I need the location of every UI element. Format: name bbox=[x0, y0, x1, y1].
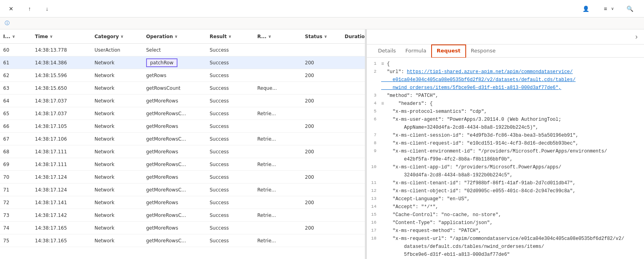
table-cell: 14:38:17.165 bbox=[32, 224, 91, 232]
line-number: 4 bbox=[367, 101, 381, 106]
table-row[interactable]: 7314:38:17.142NetworkgetMoreRowsC...Succ… bbox=[0, 209, 365, 222]
table-cell: Success bbox=[206, 109, 254, 118]
table-cell: getRowsCount bbox=[143, 84, 206, 93]
column-header-r[interactable]: R... ∨ bbox=[254, 31, 302, 42]
table-cell: Retrie... bbox=[254, 211, 302, 220]
clear-data-button[interactable]: ✕ bbox=[6, 4, 18, 14]
table-cell: Success bbox=[206, 46, 254, 54]
table-row[interactable]: 6714:38:17.106NetworkgetMoreRowsC...Succ… bbox=[0, 133, 365, 145]
tab-request[interactable]: Request bbox=[431, 44, 466, 58]
code-line: 16 "Content-Type": "application/json", bbox=[367, 220, 644, 228]
filter-button[interactable]: 🔍 bbox=[624, 4, 638, 14]
table-cell bbox=[341, 125, 365, 128]
table-cell: Network bbox=[91, 109, 143, 118]
table-cell: 63 bbox=[0, 84, 32, 93]
download-button[interactable]: ↓ bbox=[43, 4, 53, 14]
table-cell: 74 bbox=[0, 224, 32, 232]
line-number: 15 bbox=[367, 212, 381, 217]
collapse-icon[interactable]: ≡ bbox=[381, 101, 393, 106]
line-number: 9 bbox=[367, 149, 381, 153]
table-cell: Retrie... bbox=[254, 236, 302, 245]
url-link[interactable]: https://tip1-shared.azure-apim.net/apim/… bbox=[407, 69, 573, 75]
code-line: 10 "x-ms-client-app-id": "/providers/Mic… bbox=[367, 164, 644, 172]
table-cell: 14:38:17.037 bbox=[32, 109, 91, 118]
table-cell bbox=[254, 176, 302, 179]
table-row[interactable]: 6514:38:17.037NetworkgetMoreRowsC...Succ… bbox=[0, 107, 365, 120]
tab-details[interactable]: Details bbox=[373, 44, 401, 58]
table-cell: Network bbox=[91, 122, 143, 131]
line-number: 8 bbox=[367, 141, 381, 145]
table-cell: 61 bbox=[0, 58, 32, 67]
column-header-category[interactable]: Category ∨ bbox=[91, 31, 143, 42]
line-number: 17 bbox=[367, 228, 381, 233]
column-header-operation[interactable]: Operation ∨ bbox=[143, 31, 206, 42]
table-row[interactable]: 6314:38:15.650NetworkgetRowsCountSuccess… bbox=[0, 82, 365, 95]
column-header-time[interactable]: Time ∨ bbox=[32, 31, 91, 42]
right-panel: › Details Formula Request Response 1≡ {2… bbox=[367, 29, 644, 259]
table-row[interactable]: 6414:38:17.037NetworkgetMoreRowsSuccess2… bbox=[0, 95, 365, 107]
line-number: 10 bbox=[367, 164, 381, 169]
line-number: 5 bbox=[367, 109, 381, 114]
tab-response[interactable]: Response bbox=[466, 44, 500, 58]
expand-button[interactable]: › bbox=[635, 33, 638, 41]
table-row[interactable]: 7414:38:17.165NetworkgetMoreRowsSuccess2… bbox=[0, 222, 365, 234]
toolbar-left: ✕ ↑ ↓ bbox=[6, 4, 53, 14]
code-line: e01ca04e304c405ca08e0535bf6d2f82/v2/data… bbox=[367, 77, 644, 85]
table-cell: 68 bbox=[0, 147, 32, 156]
code-line: AppName=3240d4fa-2cd8-4434-b8a8-1922b0b2… bbox=[367, 124, 644, 132]
table-cell: 14:38:17.142 bbox=[32, 211, 91, 220]
table-cell: 70 bbox=[0, 173, 32, 182]
column-header-duration[interactable]: Duration ( bbox=[341, 31, 365, 42]
sort-id-icon: ∨ bbox=[12, 34, 15, 39]
url-link-cont[interactable]: e01ca04e304c405ca08e0535bf6d2f82/v2/data… bbox=[381, 77, 576, 83]
table-row[interactable]: 6614:38:17.105NetworkgetMoreRowsSuccess2… bbox=[0, 120, 365, 133]
table-row[interactable]: 6214:38:15.596NetworkgetRowsSuccess200 bbox=[0, 69, 365, 82]
column-header-result[interactable]: Result ∨ bbox=[206, 31, 254, 42]
table-cell: getMoreRowsC... bbox=[143, 135, 206, 143]
url-link-cont[interactable]: nwind_orderses/items/5fbce9e6-d31f-eb11-… bbox=[381, 85, 561, 91]
tab-formula[interactable]: Formula bbox=[401, 44, 431, 58]
table-cell: 14:38:17.037 bbox=[32, 97, 91, 105]
table-cell: Success bbox=[206, 97, 254, 105]
table-cell: 67 bbox=[0, 135, 32, 143]
line-number: 14 bbox=[367, 204, 381, 209]
options-button[interactable]: ≡ ∨ bbox=[602, 4, 616, 14]
table-row[interactable]: 7014:38:17.124NetworkgetMoreRowsSuccess2… bbox=[0, 171, 365, 184]
collapse-icon[interactable]: ≡ bbox=[381, 61, 387, 67]
column-header-status[interactable]: Status ∨ bbox=[302, 31, 341, 42]
table-cell bbox=[302, 188, 341, 191]
col-category-label: Category bbox=[94, 34, 119, 39]
table-row[interactable]: 7514:38:17.165NetworkgetMoreRowsC...Succ… bbox=[0, 234, 365, 247]
table-cell: getMoreRows bbox=[143, 198, 206, 207]
table-row[interactable]: 6114:38:14.386NetworkpatchRowSuccess200 bbox=[0, 56, 365, 69]
code-line: 15 "Cache-Control": "no-cache, no-store"… bbox=[367, 212, 644, 220]
table-cell: 73 bbox=[0, 211, 32, 220]
table-row[interactable]: 6914:38:17.111NetworkgetMoreRowsC...Succ… bbox=[0, 158, 365, 171]
session-info: ⓘ bbox=[5, 20, 12, 27]
table-row[interactable]: 6814:38:17.111NetworkgetMoreRowsSuccess2… bbox=[0, 145, 365, 158]
table-cell: Retrie... bbox=[254, 186, 302, 194]
invite-button[interactable]: 👤 bbox=[580, 4, 594, 14]
upload-button[interactable]: ↑ bbox=[26, 4, 35, 14]
column-header-id[interactable]: I... ∨ bbox=[0, 31, 32, 42]
table-row[interactable]: 6014:38:13.778UserActionSelectSuccess bbox=[0, 44, 365, 56]
table-cell: getMoreRowsC... bbox=[143, 236, 206, 245]
download-icon: ↓ bbox=[46, 6, 48, 12]
table-row[interactable]: 7214:38:17.141NetworkgetMoreRowsSuccess2… bbox=[0, 196, 365, 209]
line-number: 1 bbox=[367, 61, 381, 66]
line-number: 2 bbox=[367, 69, 381, 74]
col-time-label: Time bbox=[35, 34, 48, 39]
table-cell: 200 bbox=[302, 58, 341, 67]
tabs: Details Formula Request Response bbox=[367, 44, 644, 58]
table-cell: 14:38:14.386 bbox=[32, 58, 91, 67]
table-cell: 14:38:15.596 bbox=[32, 71, 91, 80]
table-cell: Success bbox=[206, 71, 254, 80]
table-cell: 14:38:17.141 bbox=[32, 198, 91, 207]
session-bar: ⓘ bbox=[0, 17, 644, 29]
table-cell: Network bbox=[91, 58, 143, 67]
table-row[interactable]: 7114:38:17.124NetworkgetMoreRowsC...Succ… bbox=[0, 184, 365, 196]
code-line: 6 "x-ms-user-agent": "PowerApps/3.20114.… bbox=[367, 116, 644, 124]
line-number: 7 bbox=[367, 133, 381, 137]
table-body[interactable]: 6014:38:13.778UserActionSelectSuccess611… bbox=[0, 44, 365, 259]
table-cell bbox=[302, 48, 341, 52]
